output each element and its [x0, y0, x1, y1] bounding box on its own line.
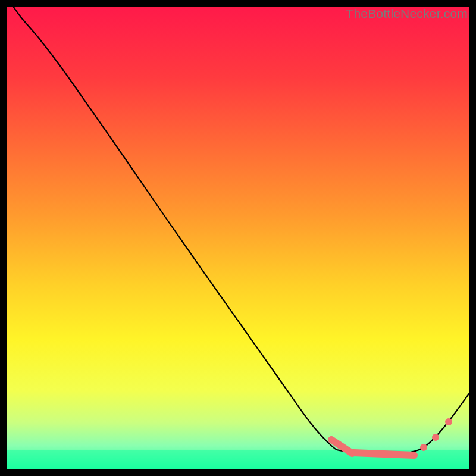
bottleneck-chart	[7, 7, 469, 469]
chart-frame: TheBottleNecker.com	[7, 7, 469, 469]
svg-point-3	[432, 434, 439, 441]
svg-point-2	[420, 444, 427, 451]
watermark-text: TheBottleNecker.com	[346, 7, 468, 21]
svg-line-1	[353, 453, 414, 455]
gradient-background	[7, 7, 469, 469]
svg-point-4	[445, 418, 452, 425]
